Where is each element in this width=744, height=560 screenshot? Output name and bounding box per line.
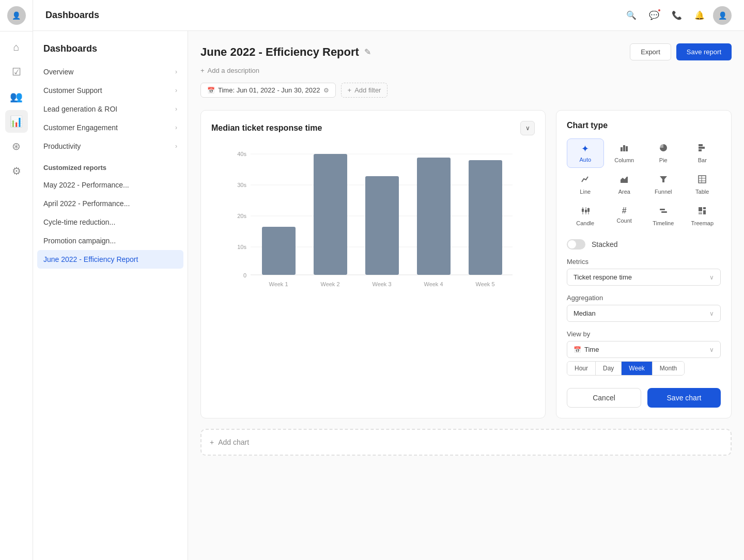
org-icon[interactable]: ⊛ <box>5 135 28 158</box>
bell-icon[interactable]: 🔔 <box>690 6 709 25</box>
chart-type-table[interactable]: Table <box>684 170 721 199</box>
chart-type-label: Candle <box>576 220 594 226</box>
chart-type-column[interactable]: Column <box>606 138 643 168</box>
chart-menu-button[interactable]: ∨ <box>520 121 535 135</box>
stacked-toggle[interactable] <box>567 239 585 250</box>
svg-text:10s: 10s <box>237 244 246 250</box>
sidebar-item-label: Cycle-time reduction... <box>43 218 115 226</box>
sidebar-item-june-2022[interactable]: June 2022 - Efficiency Report <box>37 250 183 269</box>
svg-text:30s: 30s <box>237 182 246 188</box>
bar-chart: 40s 30s 20s 10s 0 Week 1 <box>211 146 535 301</box>
settings-icon[interactable]: ⚙ <box>5 160 28 182</box>
aggregation-label: Aggregation <box>567 294 721 302</box>
time-period-buttons: Hour Day Week Month <box>567 361 685 376</box>
svg-text:20s: 20s <box>237 213 246 219</box>
chart-type-line[interactable]: Line <box>567 170 604 199</box>
svg-rect-24 <box>699 147 705 149</box>
sidebar-item-label: Customer Support <box>43 86 102 95</box>
svg-rect-10 <box>262 227 296 275</box>
notification-badge <box>657 8 661 12</box>
month-button[interactable]: Month <box>653 362 684 375</box>
tasks-icon[interactable]: ☑ <box>5 60 28 83</box>
line-icon <box>581 175 590 186</box>
svg-rect-25 <box>699 149 702 151</box>
sidebar-item-productivity[interactable]: Productivity › <box>33 137 188 155</box>
week-button[interactable]: Week <box>622 362 652 375</box>
filter-row: 📅 Time: Jun 01, 2022 - Jun 30, 2022 ⚙ + … <box>200 83 732 98</box>
chevron-down-icon: ∨ <box>709 346 714 353</box>
sidebar-item-label: Overview <box>43 68 73 76</box>
aggregation-section: Aggregation Median ∨ <box>567 294 721 322</box>
chart-type-auto[interactable]: ✦ Auto <box>567 138 604 168</box>
chevron-right-icon: › <box>175 105 177 113</box>
sidebar-item-label: Lead generation & ROI <box>43 105 117 113</box>
save-report-button[interactable]: Save report <box>676 43 732 60</box>
metrics-select[interactable]: Ticket respone time ∨ <box>567 269 721 286</box>
sidebar-item-lead-generation[interactable]: Lead generation & ROI › <box>33 100 188 118</box>
phone-icon[interactable]: 📞 <box>668 6 686 25</box>
add-chart-row[interactable]: + Add chart <box>200 429 732 456</box>
avatar[interactable]: 👤 <box>7 6 26 25</box>
people-icon[interactable]: 👥 <box>5 85 28 108</box>
sidebar-item-may-2022[interactable]: May 2022 - Performance... <box>33 176 188 194</box>
auto-icon: ✦ <box>581 143 589 154</box>
svg-rect-12 <box>314 154 347 275</box>
aggregation-select[interactable]: Median ∨ <box>567 305 721 322</box>
user-avatar[interactable]: 👤 <box>713 6 732 25</box>
sidebar-item-label: Promotion campaign... <box>43 237 116 245</box>
chart-type-funnel[interactable]: Funnel <box>645 170 682 199</box>
sidebar-item-label: Productivity <box>43 142 81 150</box>
svg-rect-39 <box>661 211 667 213</box>
svg-text:0: 0 <box>243 272 246 278</box>
time-filter-chip[interactable]: 📅 Time: Jun 01, 2022 - Jun 30, 2022 ⚙ <box>200 83 336 98</box>
metrics-value: Ticket respone time <box>574 273 632 281</box>
search-icon[interactable]: 🔍 <box>622 6 641 25</box>
calendar-small-icon: 📅 <box>574 346 581 353</box>
sidebar-item-cycle-time[interactable]: Cycle-time reduction... <box>33 213 188 231</box>
export-button[interactable]: Export <box>630 43 671 60</box>
notifications-icon[interactable]: 💬 <box>645 6 663 25</box>
chart-type-candle[interactable]: Candle <box>567 201 604 231</box>
save-chart-button[interactable]: Save chart <box>647 388 721 408</box>
chevron-right-icon: › <box>175 124 177 131</box>
reports-icon[interactable]: 📊 <box>5 110 28 133</box>
chart-type-area[interactable]: Area <box>606 170 643 199</box>
chevron-right-icon: › <box>175 87 177 94</box>
chevron-right-icon: › <box>175 143 177 150</box>
add-description[interactable]: + Add a description <box>200 67 732 74</box>
sidebar-item-overview[interactable]: Overview › <box>33 63 188 81</box>
hour-button[interactable]: Hour <box>567 362 596 375</box>
view-by-select[interactable]: 📅 Time ∨ <box>567 341 721 358</box>
svg-rect-35 <box>585 210 587 212</box>
view-by-label: View by <box>567 330 721 338</box>
chart-type-count[interactable]: # Count <box>606 201 643 231</box>
chart-type-timeline[interactable]: Timeline <box>645 201 682 231</box>
chart-type-label: Line <box>580 189 591 195</box>
treemap-icon <box>698 206 707 218</box>
svg-text:Week 3: Week 3 <box>372 281 391 287</box>
chart-type-treemap[interactable]: Treemap <box>684 201 721 231</box>
cancel-button[interactable]: Cancel <box>567 388 641 408</box>
candle-icon <box>581 206 590 218</box>
chart-type-title: Chart type <box>567 121 721 130</box>
svg-rect-18 <box>469 160 502 275</box>
report-title: June 2022 - Efficiency Report <box>200 45 359 59</box>
chart-type-pie[interactable]: Pie <box>645 138 682 168</box>
svg-rect-41 <box>703 207 706 209</box>
chart-type-label: Area <box>618 189 630 195</box>
day-button[interactable]: Day <box>596 362 622 375</box>
sidebar-item-customer-support[interactable]: Customer Support › <box>33 81 188 100</box>
header-icons: 🔍 💬 📞 🔔 👤 <box>622 6 732 25</box>
sidebar-item-label: May 2022 - Performance... <box>43 181 129 189</box>
svg-rect-21 <box>623 145 625 151</box>
add-filter[interactable]: + Add filter <box>341 83 388 98</box>
svg-rect-40 <box>699 207 702 211</box>
edit-icon[interactable]: ✎ <box>364 47 371 57</box>
home-icon[interactable]: ⌂ <box>5 36 28 58</box>
sidebar-item-april-2022[interactable]: April 2022 - Performance... <box>33 194 188 213</box>
chart-type-bar[interactable]: Bar <box>684 138 721 168</box>
sidebar-item-customer-engagement[interactable]: Customer Engagement › <box>33 118 188 137</box>
plus-icon: + <box>210 438 214 446</box>
svg-rect-16 <box>417 158 451 275</box>
sidebar-item-promotion[interactable]: Promotion campaign... <box>33 231 188 250</box>
